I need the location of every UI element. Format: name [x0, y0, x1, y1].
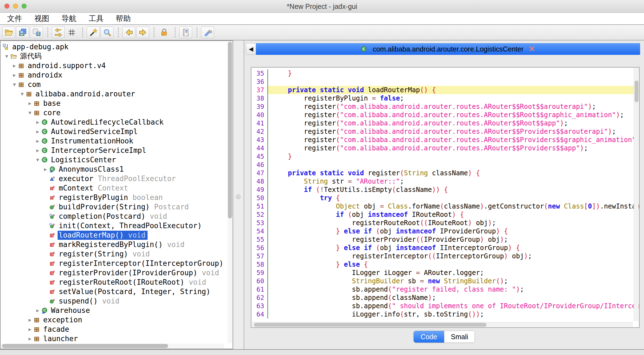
code-line: 62 sb.append(className); [251, 294, 639, 302]
tree-item[interactable]: ▼alibaba.android.arouter [1, 89, 233, 99]
zoom-window-button[interactable] [22, 4, 27, 9]
export-button[interactable] [30, 27, 43, 38]
tree-item[interactable]: ▶facade [1, 325, 233, 334]
tree-item[interactable]: sregisterInterceptor(IInterceptorGroup) [1, 259, 233, 268]
tree-item[interactable]: ▼源代码 [1, 52, 233, 61]
code-editor[interactable]: 35 }3637 private static void loadRouterM… [251, 67, 640, 328]
expander-icon[interactable]: ▶ [26, 336, 34, 341]
tree-item[interactable]: Japp-debug.apk [1, 42, 233, 52]
editor-horizontal-scrollbar[interactable] [252, 322, 633, 327]
expander-icon[interactable]: ▶ [42, 166, 49, 172]
search-button[interactable] [101, 27, 114, 38]
expander-icon[interactable]: ▶ [34, 129, 42, 134]
reload-files-button[interactable] [52, 27, 65, 38]
project-tree: Japp-debug.apk▼源代码▶android.support.v4▶an… [1, 41, 233, 349]
tree-item[interactable]: ▼core [1, 108, 233, 117]
expander-icon[interactable]: ▶ [34, 308, 42, 313]
scrollbar-thumb[interactable] [228, 42, 232, 218]
code-line: 51 Object obj = Class.forName(className)… [251, 202, 639, 210]
expander-icon[interactable]: ▶ [26, 101, 34, 106]
expander-icon[interactable]: ▼ [26, 110, 34, 115]
menu-item-2[interactable]: 导航 [55, 14, 83, 24]
split-divider[interactable] [233, 40, 244, 349]
tree-item[interactable]: sregister(String)void [1, 249, 233, 259]
tree-item[interactable]: ▶CInterceptorServiceImpl [1, 146, 233, 155]
expander-icon[interactable]: ▼ [18, 91, 26, 97]
tab-logistics-center[interactable]: C com.alibaba.android.arouter.core.Logis… [256, 43, 640, 55]
tree-item[interactable]: ▶exception [1, 315, 233, 325]
main-split: Japp-debug.apk▼源代码▶android.support.v4▶an… [0, 40, 644, 349]
code-line-text: try { [268, 194, 639, 202]
tree-item[interactable]: ▼com [1, 80, 233, 89]
tree-item[interactable]: ssetValue(Postcard, Integer, String) [1, 287, 233, 296]
expander-icon[interactable]: ▼ [11, 82, 18, 87]
code-line-text: private static void register(String clas… [268, 169, 639, 177]
close-window-button[interactable] [4, 4, 9, 9]
tab-close-icon[interactable]: ✕ [529, 45, 535, 53]
class-graph-button[interactable] [66, 27, 78, 38]
menu-item-0[interactable]: 文件 [1, 14, 28, 24]
log-viewer-button[interactable] [179, 27, 192, 38]
navigate-forward-button[interactable] [136, 27, 149, 38]
tree-item[interactable]: ▶CWarehouse [1, 306, 233, 315]
menu-item-3[interactable]: 工具 [83, 14, 110, 24]
preferences-button[interactable] [201, 27, 214, 38]
tree-item[interactable]: scompletion(Postcard)void [1, 212, 233, 221]
tree-horizontal-scrollbar[interactable] [1, 344, 224, 348]
expander-icon[interactable]: ▶ [11, 63, 18, 68]
tree-item[interactable]: sloadRouterMap()void [1, 230, 233, 240]
expander-icon[interactable]: ▼ [3, 53, 11, 59]
navigate-back-button[interactable] [122, 27, 135, 38]
tree-item[interactable]: ssuspend()void [1, 296, 233, 306]
expander-icon[interactable]: ▶ [34, 138, 42, 144]
svg-text:s: s [53, 279, 55, 283]
tree-item[interactable]: ▼CLogisticsCenter [1, 155, 233, 164]
expander-icon[interactable]: ▶ [11, 72, 18, 78]
split-divider-handle[interactable] [236, 194, 241, 199]
code-line-text: } [268, 152, 639, 161]
line-number: 57 [251, 252, 268, 260]
rename-lock-button[interactable] [158, 27, 170, 38]
tree-item[interactable]: ▶CAutowiredServiceImpl [1, 127, 233, 136]
tree-item[interactable]: ▶android.support.v4 [1, 61, 233, 70]
line-number: 61 [251, 285, 268, 294]
menu-item-1[interactable]: 视图 [28, 14, 55, 24]
field-blue-icon: s [49, 176, 58, 181]
tab-scroll-left-button[interactable]: ◀ [246, 43, 256, 55]
menu-item-4[interactable]: 帮助 [110, 14, 137, 24]
minimize-window-button[interactable] [13, 4, 18, 9]
open-file-button[interactable] [2, 27, 15, 38]
tree-item[interactable]: sregisterProvider(IProviderGroup)void [1, 268, 233, 277]
save-all-button[interactable] [16, 27, 29, 38]
tree-item[interactable]: ▶base [1, 99, 233, 108]
tree-item[interactable]: ▶CInstrumentationHook [1, 136, 233, 146]
expander-icon[interactable]: ▶ [34, 148, 42, 153]
tree-item[interactable]: smContextContext [1, 183, 233, 193]
scrollbar-thumb[interactable] [2, 344, 168, 348]
scrollbar-thumb[interactable] [635, 81, 638, 102]
expander-icon[interactable]: ▶ [34, 119, 42, 125]
tree-item[interactable]: sinit(Context, ThreadPoolExecutor) [1, 221, 233, 230]
wrench-icon [203, 28, 212, 37]
tree-item[interactable]: sexecutorThreadPoolExecutor [1, 174, 233, 183]
scrollbar-thumb[interactable] [254, 323, 486, 327]
expander-icon[interactable]: ▼ [34, 157, 42, 163]
tree-item[interactable]: smarkRegisteredByPlugin()void [1, 240, 233, 249]
expander-icon[interactable]: ▶ [26, 317, 34, 323]
line-number: 55 [251, 235, 268, 244]
tree-vertical-scrollbar[interactable] [228, 41, 232, 343]
code-view-button[interactable]: Code [414, 331, 444, 343]
tree-item[interactable]: sregisterRouteRoot(IRouteRoot)void [1, 277, 233, 287]
tree-item[interactable]: ▶CAnonymousClass1 [1, 164, 233, 174]
smali-view-button[interactable]: Smali [444, 331, 475, 343]
editor-vertical-scrollbar[interactable] [634, 68, 639, 321]
tree-item[interactable]: ▶CAutowiredLifecycleCallback [1, 117, 233, 127]
tree-item[interactable]: sbuildProvider(String)Postcard [1, 202, 233, 212]
expander-icon[interactable]: ▶ [26, 326, 34, 332]
deobfuscation-button[interactable] [87, 27, 100, 38]
tree-item[interactable]: sregisterByPluginboolean [1, 193, 233, 202]
tree-item[interactable]: ▶androidx [1, 70, 233, 80]
magnifier-icon [103, 28, 112, 37]
tab-title: com.alibaba.android.arouter.core.Logisti… [373, 45, 524, 53]
tree-item[interactable]: ▶launcher [1, 334, 233, 343]
